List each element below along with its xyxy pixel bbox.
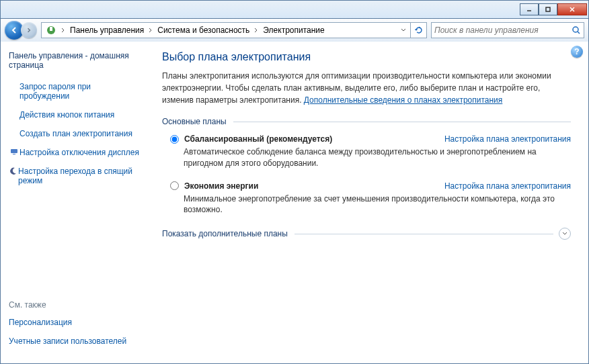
minimize-button[interactable]	[520, 3, 539, 15]
svg-rect-9	[13, 154, 15, 154]
plan-settings-link[interactable]: Настройка плана электропитания	[444, 181, 571, 191]
help-icon[interactable]: ?	[571, 46, 583, 58]
page-title: Выбор плана электропитания	[162, 51, 571, 63]
breadcrumb-item[interactable]: Система и безопасность	[155, 26, 252, 35]
plan-description: Автоматическое соблюдение баланса между …	[170, 146, 571, 169]
svg-rect-1	[546, 7, 550, 11]
plan-settings-link[interactable]: Настройка плана электропитания	[444, 134, 571, 144]
plan-description: Минимальное энергопотребление за счет ум…	[170, 193, 571, 216]
breadcrumb-sep-icon[interactable]	[252, 28, 260, 33]
svg-rect-8	[11, 149, 17, 153]
plan-name: Сбалансированный (рекомендуется)	[184, 134, 332, 144]
sidebar-link[interactable]: Настройка перехода в спящий режим	[19, 167, 142, 185]
breadcrumb-item[interactable]: Электропитание	[260, 26, 327, 35]
group-header-main: Основные планы	[162, 117, 571, 126]
see-also-header: См. также	[9, 300, 142, 310]
window-titlebar	[0, 0, 589, 19]
plan-radio[interactable]	[170, 181, 179, 190]
see-also-link[interactable]: Учетные записи пользователей	[9, 336, 142, 346]
navigation-bar: Панель управления Система и безопасность…	[0, 19, 589, 42]
monitor-icon	[9, 148, 19, 156]
control-panel-icon	[46, 25, 56, 36]
sidebar-link[interactable]: Действия кнопок питания	[19, 110, 142, 120]
sidebar-link[interactable]: Создать план электропитания	[19, 129, 142, 138]
close-button[interactable]	[557, 3, 587, 15]
breadcrumb-item[interactable]: Панель управления	[67, 26, 147, 35]
forward-button[interactable]	[21, 22, 37, 38]
search-box[interactable]	[431, 22, 584, 38]
sidebar: Панель управления - домашняя страница За…	[1, 42, 150, 363]
main-panel: ? Выбор плана электропитания Планы элект…	[150, 42, 588, 363]
more-info-link[interactable]: Дополнительные сведения о планах электро…	[304, 95, 502, 105]
svg-line-7	[578, 32, 580, 34]
search-input[interactable]	[434, 26, 572, 35]
refresh-button[interactable]	[411, 22, 427, 38]
address-dropdown-icon[interactable]	[398, 28, 409, 32]
moon-icon	[9, 167, 18, 175]
search-icon[interactable]	[572, 26, 581, 35]
chevron-down-icon[interactable]	[559, 228, 571, 240]
svg-rect-5	[50, 27, 52, 31]
see-also-link[interactable]: Персонализация	[9, 318, 142, 327]
group-header-extra[interactable]: Показать дополнительные планы	[162, 228, 571, 240]
address-bar[interactable]: Панель управления Система и безопасность…	[41, 22, 411, 38]
power-plan: Сбалансированный (рекомендуется) Настрой…	[162, 134, 571, 169]
power-plan: Экономия энергии Настройка плана электро…	[162, 181, 571, 216]
page-description: Планы электропитания используются для оп…	[162, 70, 571, 106]
breadcrumb-sep-icon[interactable]	[59, 28, 67, 33]
sidebar-link[interactable]: Настройка отключения дисплея	[19, 148, 142, 157]
maximize-button[interactable]	[539, 3, 557, 15]
plan-name: Экономия энергии	[184, 181, 258, 191]
breadcrumb-sep-icon[interactable]	[147, 28, 155, 33]
plan-radio[interactable]	[170, 135, 179, 144]
svg-point-6	[573, 27, 578, 32]
content-area: Панель управления - домашняя страница За…	[0, 42, 589, 364]
control-panel-home-link[interactable]: Панель управления - домашняя страница	[9, 51, 142, 70]
sidebar-link[interactable]: Запрос пароля при пробуждении	[19, 82, 142, 101]
